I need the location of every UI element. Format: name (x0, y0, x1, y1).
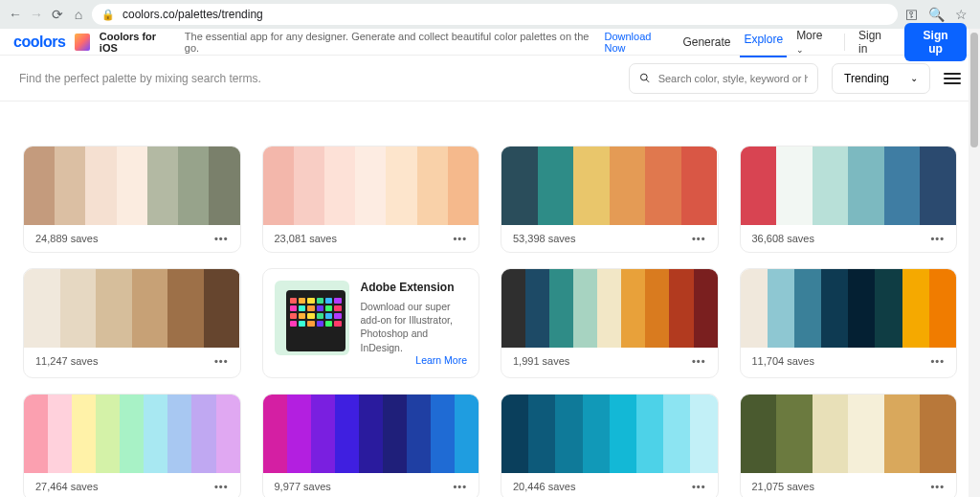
nav-generate[interactable]: Generate (682, 35, 730, 49)
search-input[interactable] (658, 73, 808, 84)
more-icon[interactable]: ••• (453, 481, 467, 492)
swatch[interactable] (147, 147, 178, 225)
swatch[interactable] (929, 269, 956, 348)
palette-card[interactable]: 23,081 saves••• (262, 146, 480, 253)
swatch[interactable] (167, 395, 191, 473)
logo[interactable]: coolors (13, 34, 65, 51)
palette-card[interactable]: 53,398 saves••• (501, 146, 719, 253)
palette-card[interactable]: 20,446 saves••• (501, 394, 719, 497)
swatch[interactable] (386, 147, 416, 225)
palette-card[interactable]: 24,889 saves••• (23, 146, 241, 253)
swatch[interactable] (621, 269, 645, 348)
swatch[interactable] (610, 147, 646, 225)
more-icon[interactable]: ••• (453, 233, 467, 244)
download-link[interactable]: Download Now (604, 31, 673, 54)
swatch[interactable] (120, 395, 144, 473)
learn-more-link[interactable]: Learn More (415, 354, 467, 366)
more-icon[interactable]: ••• (930, 481, 945, 492)
swatch[interactable] (636, 395, 663, 473)
swatch[interactable] (96, 395, 120, 473)
swatch[interactable] (549, 269, 573, 348)
swatch[interactable] (324, 147, 355, 225)
swatches[interactable] (501, 147, 718, 225)
swatch[interactable] (741, 147, 777, 225)
more-icon[interactable]: ••• (930, 233, 945, 244)
swatch[interactable] (383, 395, 407, 473)
swatch[interactable] (776, 147, 813, 225)
swatch[interactable] (24, 395, 48, 473)
forward-icon[interactable]: → (29, 7, 44, 22)
swatch[interactable] (694, 269, 718, 348)
more-icon[interactable]: ••• (214, 481, 229, 492)
swatch[interactable] (167, 269, 204, 348)
swatch[interactable] (132, 269, 168, 348)
swatch[interactable] (555, 395, 582, 473)
swatch[interactable] (335, 395, 359, 473)
swatch[interactable] (117, 147, 147, 225)
swatch[interactable] (583, 395, 610, 473)
swatch[interactable] (645, 269, 669, 348)
swatch[interactable] (501, 269, 525, 348)
swatch[interactable] (48, 395, 72, 473)
swatch[interactable] (431, 395, 455, 473)
palette-card[interactable]: 36,608 saves••• (740, 146, 958, 253)
swatch[interactable] (455, 395, 479, 473)
swatch[interactable] (794, 269, 821, 348)
swatch[interactable] (573, 269, 597, 348)
swatch[interactable] (610, 395, 636, 473)
menu-button[interactable] (944, 73, 961, 84)
swatch[interactable] (538, 147, 574, 225)
swatches[interactable] (24, 395, 240, 473)
swatch[interactable] (875, 269, 902, 348)
palette-card[interactable]: 1,991 saves••• (501, 268, 719, 378)
scrollbar[interactable] (969, 29, 980, 497)
swatch[interactable] (645, 147, 681, 225)
swatch[interactable] (920, 147, 956, 225)
swatch[interactable] (24, 269, 60, 348)
more-icon[interactable]: ••• (214, 355, 229, 367)
swatch[interactable] (813, 395, 849, 473)
palette-card[interactable]: 11,247 saves••• (23, 268, 241, 378)
star-icon[interactable]: ☆ (953, 7, 969, 22)
swatch[interactable] (287, 395, 311, 473)
back-icon[interactable]: ← (8, 7, 23, 22)
swatch[interactable] (216, 395, 240, 473)
swatch[interactable] (768, 269, 794, 348)
reload-icon[interactable]: ⟳ (50, 7, 65, 22)
swatches[interactable] (741, 269, 957, 348)
swatch[interactable] (311, 395, 335, 473)
search-box[interactable] (629, 63, 818, 94)
swatch[interactable] (72, 395, 96, 473)
swatch[interactable] (690, 395, 717, 473)
swatch[interactable] (848, 147, 884, 225)
swatches[interactable] (741, 395, 957, 473)
signin-link[interactable]: Sign in (858, 29, 891, 56)
palette-card[interactable]: 9,977 saves••• (262, 394, 480, 497)
swatches[interactable] (501, 269, 718, 348)
swatch[interactable] (448, 147, 479, 225)
nav-explore[interactable]: Explore (744, 33, 783, 46)
swatch[interactable] (209, 147, 239, 225)
swatch[interactable] (24, 147, 55, 225)
swatch[interactable] (359, 395, 383, 473)
swatch[interactable] (501, 395, 528, 473)
swatch[interactable] (501, 147, 538, 225)
sort-dropdown[interactable]: Trending ⌄ (832, 63, 930, 94)
swatch[interactable] (741, 269, 768, 348)
swatch[interactable] (528, 395, 555, 473)
more-icon[interactable]: ••• (214, 233, 229, 244)
swatch[interactable] (902, 269, 929, 348)
swatch[interactable] (204, 269, 240, 348)
home-icon[interactable]: ⌂ (71, 7, 86, 22)
swatch[interactable] (597, 269, 621, 348)
swatch[interactable] (191, 395, 215, 473)
swatch[interactable] (681, 147, 718, 225)
more-icon[interactable]: ••• (692, 355, 706, 367)
scroll-thumb[interactable] (970, 33, 978, 147)
swatch[interactable] (663, 395, 690, 473)
swatch[interactable] (741, 395, 777, 473)
swatch[interactable] (920, 395, 956, 473)
swatch[interactable] (55, 147, 85, 225)
swatches[interactable] (501, 395, 718, 473)
more-icon[interactable]: ••• (930, 355, 945, 367)
